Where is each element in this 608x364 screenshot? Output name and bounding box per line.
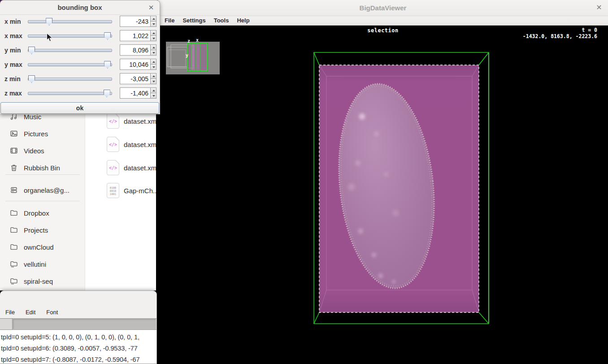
z-max-value-field[interactable]: [120, 87, 151, 99]
xml-file-icon: </>: [107, 137, 119, 152]
z-max-slider[interactable]: [28, 92, 112, 95]
log-window: File Edit Font tpId=0 setupId=5: (1, 0, …: [0, 290, 157, 364]
x-max-value-field[interactable]: [120, 30, 151, 41]
bigdataviewer-window: BigDataViewer ✕ File Settings Tools Help: [158, 0, 608, 364]
sidebar-item-projects[interactable]: Projects: [0, 223, 85, 237]
menu-help[interactable]: Help: [233, 17, 253, 25]
timepoint-label: t = 0: [582, 27, 597, 33]
dialog-row-x-max: x max: [0, 29, 160, 43]
slider-thumb[interactable]: [104, 61, 111, 69]
bdv-3d-viewport[interactable]: z x y selection t = 0 -1432.0, 8163.8, -…: [158, 26, 608, 364]
sidebar-divider: [5, 201, 80, 201]
dialog-row-x-min: x min: [0, 14, 160, 29]
menu-file[interactable]: File: [4, 308, 20, 316]
scrollbar-thumb[interactable]: [0, 319, 13, 329]
folder-icon: [10, 226, 18, 234]
folder-remote-icon: [10, 260, 18, 268]
folder-icon: [10, 209, 18, 217]
log-horizontal-scrollbar[interactable]: [0, 319, 156, 330]
x-min-value-field[interactable]: [120, 16, 151, 27]
spin-down-button[interactable]: [150, 64, 156, 70]
slider-thumb[interactable]: [104, 32, 111, 40]
y-min-value-field[interactable]: [120, 44, 151, 56]
dialog-titlebar[interactable]: bounding box ✕: [0, 0, 160, 15]
axis-label-y: y: [186, 53, 188, 58]
music-notes-icon: [10, 114, 18, 121]
dialog-row-y-max: y max: [0, 57, 160, 72]
spin-down-button[interactable]: [150, 93, 156, 99]
sidebar-item-music[interactable]: Music: [0, 114, 85, 123]
dialog-row-z-min: z min: [0, 72, 160, 86]
slider-thumb[interactable]: [28, 47, 35, 54]
sidebar-item-owncloud[interactable]: ownCloud: [0, 240, 85, 254]
sidebar-item-organelas[interactable]: organelas@g...: [0, 183, 85, 197]
ok-button[interactable]: ok: [0, 102, 159, 114]
close-icon[interactable]: ✕: [595, 3, 604, 12]
file-row-dataset-xml[interactable]: </> dataset.xml: [107, 114, 156, 131]
slider-thumb[interactable]: [104, 90, 110, 97]
xml-file-icon: </>: [107, 160, 119, 175]
menu-font[interactable]: Font: [45, 308, 63, 316]
menu-tools[interactable]: Tools: [210, 17, 233, 25]
axis-label-x: x: [196, 38, 199, 43]
bdv-menubar: File Settings Tools Help: [158, 16, 608, 26]
folder-remote-icon: [10, 277, 18, 285]
log-line: tpId=0 setupId=7: (-0.8087, -0.0172, -0.…: [1, 354, 156, 364]
file-manager-sidebar: Music Pictures Videos: [0, 114, 85, 290]
sidebar-item-rubbish-bin[interactable]: Rubbish Bin: [0, 161, 85, 174]
menu-file[interactable]: File: [161, 17, 178, 25]
slider-thumb[interactable]: [46, 18, 52, 26]
file-manager-window: Music Pictures Videos: [0, 114, 156, 290]
close-icon[interactable]: ✕: [147, 3, 156, 12]
overview-widget[interactable]: z x y: [166, 38, 220, 74]
mouse-cursor: [46, 33, 53, 43]
bdv-scene: z x y: [158, 26, 608, 364]
log-menubar: File Edit Font: [0, 306, 156, 319]
sidebar-item-pictures[interactable]: Pictures: [0, 127, 85, 140]
bdv-window-title: BigDataViewer: [158, 4, 608, 12]
dialog-row-z-max: z max: [0, 86, 160, 100]
binary-file-icon: 0100 0010 1001: [107, 183, 119, 198]
x-min-slider[interactable]: [28, 20, 112, 23]
bounding-box-dialog: bounding box ✕ x min x max y min y max z…: [0, 0, 160, 114]
spin-down-button[interactable]: [150, 50, 156, 56]
dialog-title: bounding box: [0, 4, 160, 11]
slider-thumb[interactable]: [28, 75, 35, 83]
spin-down-button[interactable]: [150, 35, 156, 41]
file-row-dataset-xml[interactable]: </> dataset.xml: [107, 158, 156, 178]
log-line: tpId=0 setupId=5: (1, 0, 0, 0), (0, 1, 0…: [1, 332, 156, 343]
z-min-value-field[interactable]: [120, 73, 151, 84]
dialog-row-y-min: y min: [0, 43, 160, 57]
menu-edit[interactable]: Edit: [25, 308, 41, 316]
sidebar-item-vellutini[interactable]: vellutini: [0, 257, 85, 271]
file-row-gap-mch[interactable]: 0100 0010 1001 Gap-mCh...: [107, 181, 156, 200]
picture-icon: [10, 130, 18, 138]
sidebar-item-dropbox[interactable]: Dropbox: [0, 206, 85, 220]
folder-icon: [10, 243, 18, 251]
log-line: tpId=0 setupId=6: (0.3089, -0.0057, -0.9…: [1, 343, 156, 354]
bdv-titlebar[interactable]: BigDataViewer ✕: [158, 0, 608, 16]
sidebar-item-videos[interactable]: Videos: [0, 144, 85, 157]
selection-mode-label: selection: [158, 27, 608, 34]
sidebar-divider: [5, 174, 80, 175]
xml-file-icon: </>: [107, 114, 119, 129]
spin-down-button[interactable]: [150, 78, 156, 84]
y-min-slider[interactable]: [28, 49, 112, 52]
file-row-dataset-xml[interactable]: </> dataset.xml: [107, 134, 156, 154]
y-max-value-field[interactable]: [120, 59, 151, 70]
mouse-coordinates-label: -1432.0, 8163.8, -2223.6: [523, 33, 597, 39]
x-max-slider[interactable]: [28, 35, 112, 38]
log-text-area[interactable]: tpId=0 setupId=5: (1, 0, 0, 0), (0, 1, 0…: [0, 330, 156, 364]
server-icon: [10, 186, 18, 194]
y-max-slider[interactable]: [28, 63, 112, 66]
log-titlebar[interactable]: [0, 291, 156, 306]
z-min-slider[interactable]: [28, 78, 112, 81]
spin-down-button[interactable]: [150, 21, 156, 27]
trash-icon: [10, 164, 18, 172]
scrollbar-track[interactable]: [13, 319, 156, 329]
film-icon: [10, 147, 18, 155]
sidebar-item-spiral-seq[interactable]: spiral-seq: [0, 274, 85, 288]
menu-settings[interactable]: Settings: [178, 17, 209, 25]
axis-label-z: z: [187, 39, 190, 43]
